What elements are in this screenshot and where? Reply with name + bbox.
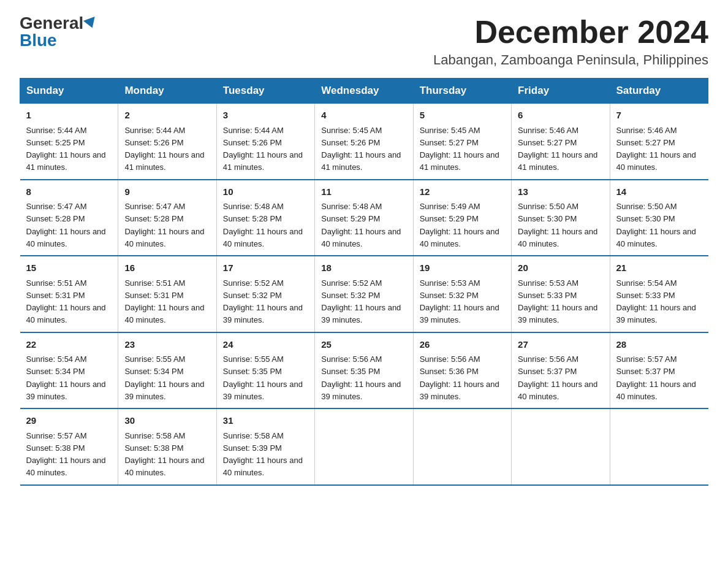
day-number: 8 xyxy=(26,185,112,199)
cell-content: Sunrise: 5:47 AMSunset: 5:28 PMDaylight:… xyxy=(26,202,106,248)
day-number: 21 xyxy=(616,261,702,275)
day-number: 26 xyxy=(420,338,505,352)
table-cell: 15 Sunrise: 5:51 AMSunset: 5:31 PMDaylig… xyxy=(20,256,118,332)
table-cell: 14 Sunrise: 5:50 AMSunset: 5:30 PMDaylig… xyxy=(610,180,708,256)
table-cell: 1 Sunrise: 5:44 AMSunset: 5:25 PMDayligh… xyxy=(20,104,118,180)
table-cell: 17 Sunrise: 5:52 AMSunset: 5:32 PMDaylig… xyxy=(216,256,314,332)
day-number: 13 xyxy=(518,185,603,199)
table-cell: 25 Sunrise: 5:56 AMSunset: 5:35 PMDaylig… xyxy=(315,332,413,409)
day-number: 6 xyxy=(518,109,603,123)
cell-content: Sunrise: 5:44 AMSunset: 5:26 PMDaylight:… xyxy=(124,126,204,172)
table-cell: 28 Sunrise: 5:57 AMSunset: 5:37 PMDaylig… xyxy=(610,332,708,409)
day-number: 25 xyxy=(321,338,406,352)
day-number: 5 xyxy=(420,109,505,123)
table-cell: 4 Sunrise: 5:45 AMSunset: 5:26 PMDayligh… xyxy=(315,104,413,180)
cell-content: Sunrise: 5:58 AMSunset: 5:39 PMDaylight:… xyxy=(223,431,303,478)
cell-content: Sunrise: 5:44 AMSunset: 5:25 PMDaylight:… xyxy=(26,126,106,172)
col-saturday: Saturday xyxy=(610,79,708,104)
day-number: 20 xyxy=(518,261,603,275)
cell-content: Sunrise: 5:54 AMSunset: 5:34 PMDaylight:… xyxy=(26,354,106,401)
table-cell: 6 Sunrise: 5:46 AMSunset: 5:27 PMDayligh… xyxy=(512,104,610,180)
day-number: 15 xyxy=(26,261,112,275)
logo-general-text: General xyxy=(20,15,83,32)
table-cell: 20 Sunrise: 5:53 AMSunset: 5:33 PMDaylig… xyxy=(512,256,610,332)
day-number: 10 xyxy=(223,185,308,199)
day-number: 31 xyxy=(223,414,308,428)
calendar-week-row: 8 Sunrise: 5:47 AMSunset: 5:28 PMDayligh… xyxy=(20,180,708,256)
day-number: 18 xyxy=(321,261,406,275)
day-number: 11 xyxy=(321,185,406,199)
day-number: 23 xyxy=(124,338,210,352)
cell-content: Sunrise: 5:49 AMSunset: 5:29 PMDaylight:… xyxy=(420,202,499,248)
calendar-header-row: Sunday Monday Tuesday Wednesday Thursday… xyxy=(20,79,708,104)
cell-content: Sunrise: 5:57 AMSunset: 5:37 PMDaylight:… xyxy=(616,354,696,401)
title-section: December 2024 Labangan, Zamboanga Penins… xyxy=(433,15,708,68)
calendar-week-row: 1 Sunrise: 5:44 AMSunset: 5:25 PMDayligh… xyxy=(20,104,708,180)
table-cell: 8 Sunrise: 5:47 AMSunset: 5:28 PMDayligh… xyxy=(20,180,118,256)
table-cell xyxy=(512,408,610,485)
cell-content: Sunrise: 5:55 AMSunset: 5:34 PMDaylight:… xyxy=(124,354,204,401)
table-cell: 19 Sunrise: 5:53 AMSunset: 5:32 PMDaylig… xyxy=(413,256,511,332)
cell-content: Sunrise: 5:54 AMSunset: 5:33 PMDaylight:… xyxy=(616,278,696,325)
logo-triangle-icon xyxy=(83,17,98,30)
cell-content: Sunrise: 5:52 AMSunset: 5:32 PMDaylight:… xyxy=(321,278,401,325)
calendar-table: Sunday Monday Tuesday Wednesday Thursday… xyxy=(20,78,708,486)
logo-blue-text: Blue xyxy=(20,32,57,49)
table-cell xyxy=(315,408,413,485)
cell-content: Sunrise: 5:52 AMSunset: 5:32 PMDaylight:… xyxy=(223,278,303,325)
table-cell: 29 Sunrise: 5:57 AMSunset: 5:38 PMDaylig… xyxy=(20,408,118,485)
table-cell: 24 Sunrise: 5:55 AMSunset: 5:35 PMDaylig… xyxy=(216,332,314,409)
col-friday: Friday xyxy=(512,79,610,104)
table-cell: 12 Sunrise: 5:49 AMSunset: 5:29 PMDaylig… xyxy=(413,180,511,256)
col-thursday: Thursday xyxy=(413,79,511,104)
cell-content: Sunrise: 5:53 AMSunset: 5:32 PMDaylight:… xyxy=(420,278,499,325)
cell-content: Sunrise: 5:47 AMSunset: 5:28 PMDaylight:… xyxy=(124,202,204,248)
table-cell: 2 Sunrise: 5:44 AMSunset: 5:26 PMDayligh… xyxy=(118,104,216,180)
calendar-week-row: 22 Sunrise: 5:54 AMSunset: 5:34 PMDaylig… xyxy=(20,332,708,409)
table-cell xyxy=(413,408,511,485)
month-title: December 2024 xyxy=(433,15,708,50)
day-number: 1 xyxy=(26,109,112,123)
table-cell: 30 Sunrise: 5:58 AMSunset: 5:38 PMDaylig… xyxy=(118,408,216,485)
location-title: Labangan, Zamboanga Peninsula, Philippin… xyxy=(433,52,708,68)
cell-content: Sunrise: 5:56 AMSunset: 5:35 PMDaylight:… xyxy=(321,354,401,401)
col-sunday: Sunday xyxy=(20,79,118,104)
day-number: 14 xyxy=(616,185,702,199)
cell-content: Sunrise: 5:46 AMSunset: 5:27 PMDaylight:… xyxy=(616,126,696,172)
day-number: 30 xyxy=(124,414,210,428)
table-cell: 23 Sunrise: 5:55 AMSunset: 5:34 PMDaylig… xyxy=(118,332,216,409)
calendar-week-row: 15 Sunrise: 5:51 AMSunset: 5:31 PMDaylig… xyxy=(20,256,708,332)
cell-content: Sunrise: 5:53 AMSunset: 5:33 PMDaylight:… xyxy=(518,278,597,325)
day-number: 4 xyxy=(321,109,406,123)
day-number: 28 xyxy=(616,338,702,352)
day-number: 2 xyxy=(124,109,210,123)
table-cell: 18 Sunrise: 5:52 AMSunset: 5:32 PMDaylig… xyxy=(315,256,413,332)
table-cell: 31 Sunrise: 5:58 AMSunset: 5:39 PMDaylig… xyxy=(216,408,314,485)
day-number: 3 xyxy=(223,109,308,123)
table-cell: 3 Sunrise: 5:44 AMSunset: 5:26 PMDayligh… xyxy=(216,104,314,180)
cell-content: Sunrise: 5:51 AMSunset: 5:31 PMDaylight:… xyxy=(124,278,204,325)
table-cell: 16 Sunrise: 5:51 AMSunset: 5:31 PMDaylig… xyxy=(118,256,216,332)
col-monday: Monday xyxy=(118,79,216,104)
cell-content: Sunrise: 5:57 AMSunset: 5:38 PMDaylight:… xyxy=(26,431,106,478)
day-number: 19 xyxy=(420,261,505,275)
day-number: 7 xyxy=(616,109,702,123)
day-number: 9 xyxy=(124,185,210,199)
table-cell xyxy=(610,408,708,485)
table-cell: 27 Sunrise: 5:56 AMSunset: 5:37 PMDaylig… xyxy=(512,332,610,409)
day-number: 17 xyxy=(223,261,308,275)
day-number: 24 xyxy=(223,338,308,352)
cell-content: Sunrise: 5:46 AMSunset: 5:27 PMDaylight:… xyxy=(518,126,597,172)
cell-content: Sunrise: 5:56 AMSunset: 5:36 PMDaylight:… xyxy=(420,354,499,401)
calendar-week-row: 29 Sunrise: 5:57 AMSunset: 5:38 PMDaylig… xyxy=(20,408,708,485)
page-header: General Blue December 2024 Labangan, Zam… xyxy=(20,15,708,68)
cell-content: Sunrise: 5:58 AMSunset: 5:38 PMDaylight:… xyxy=(124,431,204,478)
table-cell: 9 Sunrise: 5:47 AMSunset: 5:28 PMDayligh… xyxy=(118,180,216,256)
cell-content: Sunrise: 5:45 AMSunset: 5:27 PMDaylight:… xyxy=(420,126,499,172)
day-number: 16 xyxy=(124,261,210,275)
day-number: 12 xyxy=(420,185,505,199)
day-number: 29 xyxy=(26,414,112,428)
cell-content: Sunrise: 5:48 AMSunset: 5:29 PMDaylight:… xyxy=(321,202,401,248)
table-cell: 13 Sunrise: 5:50 AMSunset: 5:30 PMDaylig… xyxy=(512,180,610,256)
cell-content: Sunrise: 5:55 AMSunset: 5:35 PMDaylight:… xyxy=(223,354,303,401)
